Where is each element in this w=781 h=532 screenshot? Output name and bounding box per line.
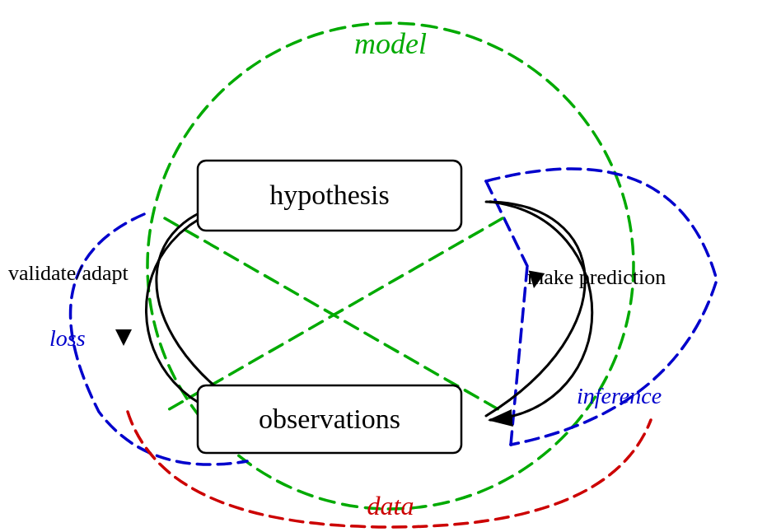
- validate-adapt-label: validate/adapt: [8, 261, 129, 285]
- make-prediction-label: make prediction: [527, 265, 666, 289]
- observations-label: observations: [259, 404, 400, 434]
- loss-label: loss: [49, 325, 86, 351]
- svg-marker-6: [115, 329, 132, 346]
- svg-line-2: [511, 266, 527, 445]
- model-label: model: [354, 27, 427, 60]
- inference-label: inference: [577, 383, 662, 408]
- data-label: data: [367, 491, 414, 520]
- hypothesis-label: hypothesis: [269, 180, 389, 210]
